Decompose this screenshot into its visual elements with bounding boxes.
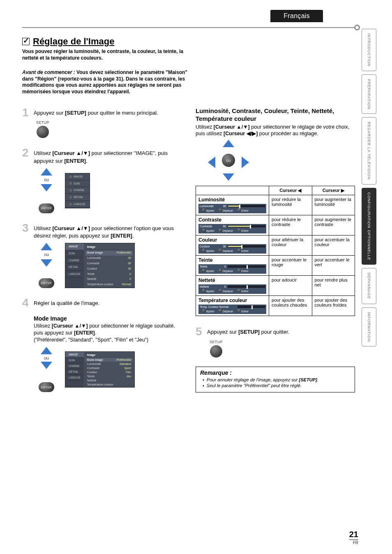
step-5: 5 Appuyez sur [SETUP] pour quitter. SETU… xyxy=(196,326,355,360)
note-item: Seul le paramètre "Préférentiel" peut êt… xyxy=(203,383,350,388)
enter-button[interactable]: ENTER xyxy=(39,382,54,392)
enter-button[interactable]: ENTER xyxy=(39,203,54,213)
osd-side-item: CHAÎNE xyxy=(65,257,84,264)
arrow-down-icon xyxy=(41,259,52,267)
or-text: ou xyxy=(44,252,49,258)
osd-item-label: IMAGE xyxy=(74,175,83,179)
step5-post: pour quitter. xyxy=(260,329,289,335)
ctrl-right-effect: pour ajouter des couleurs froides xyxy=(312,296,355,316)
osd-slider: Contraste60 Ajuster Déplacer Entrer xyxy=(198,224,266,233)
osd-slider: Netteté0 Ajuster Déplacer Entrer xyxy=(198,284,266,294)
language-tab: Français xyxy=(270,10,323,22)
ctrl-name: Couleur xyxy=(198,237,266,243)
ctrl-right-effect: pour accentuer le vert xyxy=(312,256,355,276)
table-row: LuminositéLuminosité30 Ajuster Déplacer … xyxy=(196,195,355,215)
dpad-four-way[interactable]: ou xyxy=(208,140,249,181)
ctrl-right-effect: pour augmenter la luminosité xyxy=(312,195,355,215)
ctrl-right-effect: pour accentuer la couleur xyxy=(312,235,355,256)
osd-side-item: DÉTAIL xyxy=(65,264,84,271)
osd-row: Netteté xyxy=(85,378,133,382)
ctrl-left-effect: pour accentuer le rouge xyxy=(269,256,312,276)
step-1: 1 Appuyez sur [SETUP] pour quitter le me… xyxy=(22,107,182,141)
sidebar-tab-introduction[interactable]: INTRODUCTION xyxy=(362,29,376,71)
dpad-up-down[interactable]: ou xyxy=(36,347,57,380)
setup-button-label: SETUP xyxy=(36,120,49,125)
sidebar-tab-watch-tv[interactable]: REGARDER LA TÉLÉVISION xyxy=(362,117,376,184)
main-content: Réglage de l'Image Vous pouvez régler la… xyxy=(22,36,355,395)
before-start: Avant de commencer : Vous devez sélectio… xyxy=(22,69,195,95)
osd-item-label: DÉTAIL xyxy=(74,195,83,199)
osd-row: Température couleurNormal xyxy=(85,282,133,287)
osd-row: Luminosité30 xyxy=(85,256,133,261)
left-column: 1 Appuyez sur [SETUP] pour quitter le me… xyxy=(22,107,182,395)
step1-bold: [SETUP] xyxy=(65,110,86,116)
ctrl-right-effect: pour augmenter le contraste xyxy=(312,215,355,235)
sidebar-tab-information[interactable]: INFORMATION xyxy=(362,307,376,346)
arrow-up-icon xyxy=(41,168,52,175)
sidebar-tab-depannage[interactable]: DÉPANNAGE xyxy=(362,268,376,304)
ctrl-right-effect: pour rendre plus net xyxy=(312,276,355,296)
osd-mode-image: IMAGE SON CHAÎNE DÉTAIL LANGUE Image Mod… xyxy=(65,351,135,388)
step-4: 4 Régler la qualité de l'image. xyxy=(22,297,182,309)
remote-setup-button[interactable]: SETUP xyxy=(36,120,49,138)
step5-bold: [SETUP] xyxy=(238,329,260,335)
osd-row: TeinteJeu xyxy=(85,374,133,378)
arrow-up-icon xyxy=(223,140,234,147)
osd-row: Mode imagePréférentiel xyxy=(85,358,133,362)
osd-row: LuminositéStandard xyxy=(85,362,133,366)
dpad-center-or: ou xyxy=(222,154,235,167)
or-text: ou xyxy=(44,355,49,360)
page-title: Réglage de l'Image xyxy=(22,36,355,47)
table-row: ContrasteContraste60 Ajuster Déplacer En… xyxy=(196,215,355,235)
osd-item-label: SON xyxy=(74,182,80,186)
osd-row: Couleur36 xyxy=(85,266,133,271)
osd-slider: Temp. Couleur Normal Ajuster Déplacer En… xyxy=(198,305,266,314)
table-row: Température couleurTemp. Couleur Normal … xyxy=(196,296,355,316)
page-number-value: 21 xyxy=(349,530,358,539)
arrow-up-icon xyxy=(41,347,52,354)
sidebar-tabs: INTRODUCTION PRÉPARATION REGARDER LA TÉL… xyxy=(362,29,376,346)
step3-t3: . xyxy=(132,233,134,239)
step-number: 1 xyxy=(22,107,30,141)
step-number: 3 xyxy=(22,222,30,291)
remote-setup-button[interactable]: SETUP xyxy=(210,339,223,358)
step-number: 2 xyxy=(22,147,30,215)
enter-button[interactable]: ENTER xyxy=(39,278,54,288)
mode-image-title: Mode Image xyxy=(34,315,182,322)
dpad-up-down[interactable]: ou xyxy=(36,243,57,276)
page-number: 21 FR xyxy=(349,530,358,545)
osd-side-item: CHAÎNE xyxy=(65,363,84,369)
setup-button-icon xyxy=(37,126,49,138)
arrow-down-icon xyxy=(41,362,52,369)
osd-side-item: IMAGE xyxy=(65,352,84,358)
sidebar-tab-preparation[interactable]: PRÉPARATION xyxy=(362,74,376,114)
arrow-right-icon xyxy=(242,157,249,168)
step4-text: Régler la qualité de l'image. xyxy=(34,300,99,306)
step-2: 2 Utilisez [Curseur ▲/▼] pour sélectionn… xyxy=(22,147,182,215)
ctrl-name: Netteté xyxy=(198,277,266,283)
osd-side-item: IMAGE xyxy=(65,243,84,250)
step3-bold1: [Curseur ▲/▼] xyxy=(53,225,90,231)
setup-button-icon xyxy=(210,345,222,358)
osd-main-menu: IMAGE SON CHAÎNE DÉTAIL LANGUE xyxy=(65,173,90,208)
osd-item: SON xyxy=(65,180,90,187)
osd-slider: Luminosité30 Ajuster Déplacer Entrer xyxy=(198,204,266,213)
setup-button-label: SETUP xyxy=(210,339,223,345)
table-row: TeinteTeinte0 Ajuster Déplacer Entrerpou… xyxy=(196,256,355,276)
ctrl-left-effect: pour atténuer la couleur xyxy=(269,235,312,256)
adjustment-table: Curseur ◀ Curseur ▶ LuminositéLuminosité… xyxy=(196,186,355,316)
mode-image-options: ("Préférentiel", "Standard", "Sport", "F… xyxy=(34,337,182,344)
osd-side-item: SON xyxy=(65,250,84,257)
step-number: 5 xyxy=(196,326,204,360)
table-head-left: Curseur ◀ xyxy=(269,186,312,195)
osd-row: Température couleur xyxy=(85,382,133,386)
sidebar-tab-config-optionnelle[interactable]: CONFIGURATION OPTIONNELLE xyxy=(362,188,376,265)
osd-image-settings: IMAGE SON CHAÎNE DÉTAIL LANGUE Image Mod… xyxy=(65,243,135,288)
osd-side-item: LANGUE xyxy=(65,271,84,278)
step3-bold2: [ENTER] xyxy=(111,233,132,239)
osd-title: Image xyxy=(85,353,133,358)
dpad-up-down[interactable]: ou xyxy=(36,168,57,201)
ctrl-name: Contraste xyxy=(198,217,266,223)
step5-pre: Appuyez sur xyxy=(207,329,238,335)
note-box: Remarque : Pour annuler réglage de l'ima… xyxy=(196,367,355,392)
